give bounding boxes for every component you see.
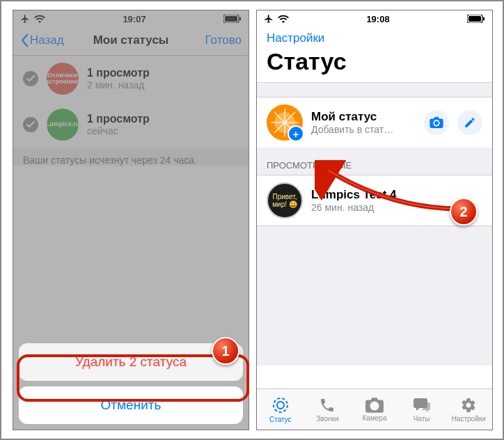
tab-bar: Статус Звонки Камера Чаты Настройки <box>257 388 492 430</box>
battery-icon <box>223 15 242 23</box>
status-bar: 19:08 <box>257 10 492 26</box>
tab-calls[interactable]: Звонки <box>304 389 352 430</box>
select-check-icon[interactable] <box>23 71 38 86</box>
select-check-icon[interactable] <box>23 117 38 132</box>
tab-label: Звонки <box>316 415 338 423</box>
tab-label: Настройки <box>452 415 486 423</box>
nav-bar: Назад Мои статусы Готово <box>13 26 249 56</box>
status-thumb: Lumpics.ru <box>47 109 79 141</box>
chats-icon <box>413 397 431 414</box>
status-row-subtitle: 2 мин. назад <box>87 79 150 91</box>
tab-chats[interactable]: Чаты <box>398 389 446 430</box>
callout-badge-2: 2 <box>450 198 478 226</box>
battery-icon <box>467 15 485 23</box>
viewed-avatar: Привет, мир! 😀 <box>267 182 303 219</box>
settings-link[interactable]: Настройки <box>257 26 492 45</box>
svg-rect-1 <box>225 16 237 22</box>
tab-label: Статус <box>269 416 292 423</box>
back-label: Назад <box>30 33 64 47</box>
my-status-title: Мой статус <box>311 110 416 124</box>
tab-camera[interactable]: Камера <box>351 389 398 430</box>
tab-settings[interactable]: Настройки <box>445 389 492 430</box>
status-row[interactable]: Отличное настроение!!! 1 просмотр 2 мин.… <box>13 56 249 102</box>
gear-icon <box>460 397 477 414</box>
status-thumb: Отличное настроение!!! <box>47 63 79 95</box>
svg-point-10 <box>274 398 288 412</box>
status-row-title: 1 просмотр <box>87 113 150 125</box>
status-tab-icon <box>271 396 290 414</box>
plus-badge-icon: + <box>288 125 304 142</box>
svg-rect-2 <box>239 17 241 21</box>
status-row-subtitle: сейчас <box>87 125 150 136</box>
done-button[interactable]: Готово <box>187 33 242 47</box>
callout-badge-1: 1 <box>212 337 239 365</box>
status-time: 19:07 <box>123 14 145 24</box>
svg-rect-5 <box>483 17 485 21</box>
camera-button[interactable] <box>424 110 449 135</box>
status-bar: 19:07 <box>13 10 249 26</box>
tab-label: Камера <box>363 414 387 422</box>
back-button[interactable]: Назад <box>20 33 74 47</box>
tab-label: Чаты <box>414 415 430 423</box>
camera-icon <box>365 398 384 413</box>
airplane-icon <box>264 14 274 24</box>
phone-icon <box>319 397 336 414</box>
pencil-icon <box>464 116 476 129</box>
edit-button[interactable] <box>457 110 482 135</box>
nav-title: Мои статусы <box>93 33 169 47</box>
svg-rect-4 <box>468 16 481 22</box>
wifi-icon <box>278 15 289 23</box>
my-status-subtitle: Добавить в стат… <box>311 124 416 135</box>
status-row[interactable]: Lumpics.ru 1 просмотр сейчас <box>13 102 249 148</box>
wifi-icon <box>34 15 45 23</box>
page-title: Статус <box>257 45 492 82</box>
my-status-avatar: + <box>267 104 303 141</box>
tab-status[interactable]: Статус <box>257 389 304 430</box>
airplane-icon <box>20 14 30 24</box>
chevron-left-icon <box>20 33 29 47</box>
camera-icon <box>430 117 443 128</box>
footer-note: Ваши статусы исчезнут через 24 часа. <box>13 148 249 166</box>
svg-point-11 <box>277 402 284 409</box>
my-status-row[interactable]: + Мой статус Добавить в стат… <box>257 97 492 148</box>
highlight-delete <box>17 354 249 402</box>
status-time: 19:08 <box>366 14 389 24</box>
status-row-title: 1 просмотр <box>87 67 150 79</box>
separator <box>257 82 492 97</box>
